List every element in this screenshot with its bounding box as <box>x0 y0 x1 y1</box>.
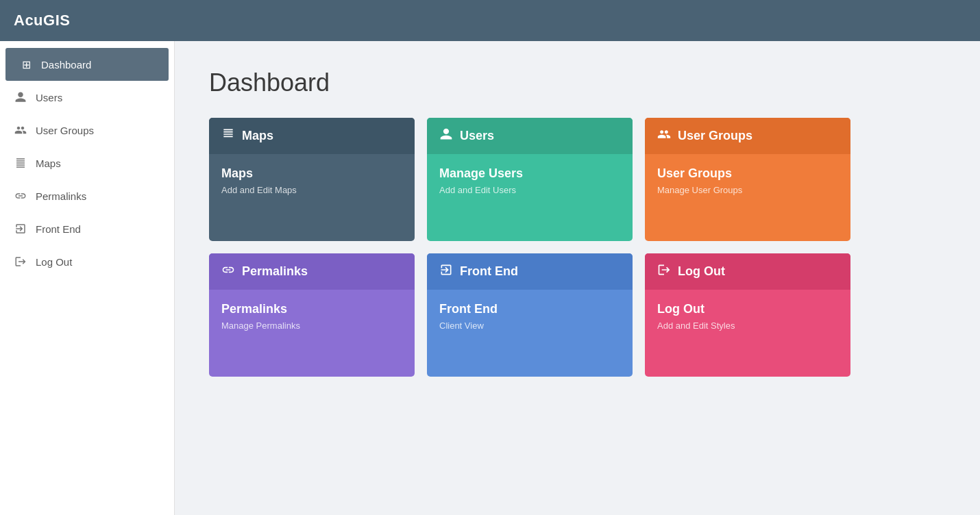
app-logo: AcuGIS <box>14 12 70 29</box>
card-maps-icon <box>221 127 235 145</box>
log-out-icon <box>14 255 27 268</box>
sidebar-label-users: Users <box>36 92 62 103</box>
sidebar-item-log-out[interactable]: Log Out <box>0 245 174 278</box>
sidebar-label-permalinks: Permalinks <box>36 190 86 202</box>
card-log-out-title: Log Out <box>657 302 838 316</box>
card-permalinks-icon <box>221 263 235 280</box>
card-front-end-icon <box>439 263 453 280</box>
card-maps[interactable]: Maps Maps Add and Edit Maps <box>209 118 415 241</box>
card-front-end-subtitle: Client View <box>439 321 620 331</box>
card-log-out[interactable]: Log Out Log Out Add and Edit Styles <box>645 253 850 377</box>
card-users-icon <box>439 127 453 145</box>
card-user-groups-header: User Groups <box>645 118 850 154</box>
card-log-out-body: Log Out Add and Edit Styles <box>645 290 850 377</box>
card-maps-title: Maps <box>221 166 402 181</box>
sidebar-item-permalinks[interactable]: Permalinks <box>0 179 174 212</box>
card-user-groups-header-label: User Groups <box>678 129 752 143</box>
maps-icon <box>14 156 27 170</box>
sidebar-item-users[interactable]: Users <box>0 81 174 114</box>
card-users-body: Manage Users Add and Edit Users <box>427 154 633 241</box>
card-front-end-header-label: Front End <box>460 264 518 279</box>
user-groups-icon <box>14 123 27 137</box>
card-user-groups-subtitle: Manage User Groups <box>657 185 838 195</box>
front-end-icon <box>14 222 27 236</box>
sidebar-item-front-end[interactable]: Front End <box>0 212 174 245</box>
content-area: Dashboard Maps Maps Add and Edit Maps <box>175 41 980 515</box>
card-user-groups[interactable]: User Groups User Groups Manage User Grou… <box>645 118 850 241</box>
permalinks-icon <box>14 189 27 203</box>
sidebar-label-user-groups: User Groups <box>36 125 94 136</box>
top-header: AcuGIS <box>0 0 980 41</box>
card-front-end-header: Front End <box>427 253 633 290</box>
card-front-end-title: Front End <box>439 302 620 316</box>
card-user-groups-title: User Groups <box>657 166 838 181</box>
sidebar-item-dashboard[interactable]: ⊞ Dashboard <box>5 48 169 81</box>
card-maps-header-label: Maps <box>242 129 273 143</box>
card-front-end-body: Front End Client View <box>427 290 633 377</box>
card-maps-header: Maps <box>209 118 415 154</box>
main-layout: ⊞ Dashboard Users User Groups Maps Per <box>0 41 980 515</box>
card-users-subtitle: Add and Edit Users <box>439 185 620 195</box>
card-maps-subtitle: Add and Edit Maps <box>221 185 402 195</box>
card-user-groups-body: User Groups Manage User Groups <box>645 154 850 241</box>
card-permalinks-header: Permalinks <box>209 253 415 290</box>
card-front-end[interactable]: Front End Front End Client View <box>427 253 633 377</box>
dashboard-grid: Maps Maps Add and Edit Maps Users Manage… <box>209 118 946 377</box>
page-title: Dashboard <box>209 68 946 97</box>
card-permalinks[interactable]: Permalinks Permalinks Manage Permalinks <box>209 253 415 377</box>
card-users[interactable]: Users Manage Users Add and Edit Users <box>427 118 633 241</box>
users-icon <box>14 90 27 104</box>
card-log-out-icon <box>657 263 671 280</box>
card-log-out-header: Log Out <box>645 253 850 290</box>
sidebar-label-maps: Maps <box>36 158 61 169</box>
card-maps-body: Maps Add and Edit Maps <box>209 154 415 241</box>
card-permalinks-subtitle: Manage Permalinks <box>221 321 402 331</box>
sidebar: ⊞ Dashboard Users User Groups Maps Per <box>0 41 175 515</box>
sidebar-label-front-end: Front End <box>36 223 81 235</box>
card-permalinks-body: Permalinks Manage Permalinks <box>209 290 415 377</box>
card-users-title: Manage Users <box>439 166 620 181</box>
card-permalinks-title: Permalinks <box>221 302 402 316</box>
sidebar-label-dashboard: Dashboard <box>41 59 91 71</box>
card-permalinks-header-label: Permalinks <box>242 264 308 279</box>
sidebar-item-maps[interactable]: Maps <box>0 147 174 179</box>
card-users-header: Users <box>427 118 633 154</box>
card-users-header-label: Users <box>460 129 494 143</box>
sidebar-item-user-groups[interactable]: User Groups <box>0 114 174 147</box>
card-user-groups-icon <box>657 127 671 145</box>
card-log-out-subtitle: Add and Edit Styles <box>657 321 838 331</box>
sidebar-label-log-out: Log Out <box>36 256 72 268</box>
card-log-out-header-label: Log Out <box>678 264 725 279</box>
dashboard-icon: ⊞ <box>19 58 33 71</box>
